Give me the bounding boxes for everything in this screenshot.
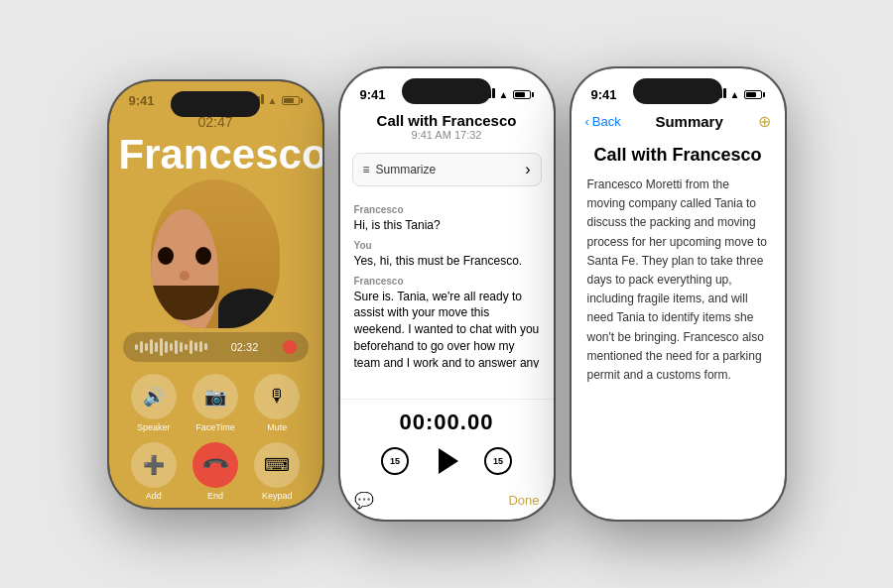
controls-row-1: 🔊 Speaker 📷 FaceTime 🎙 Mute xyxy=(123,374,309,432)
avatar-area xyxy=(109,179,322,328)
wifi-icon-2: ▲ xyxy=(499,89,509,100)
summarize-left: ≡ Summarize xyxy=(363,163,437,176)
speaker-3-label: Francesco xyxy=(354,276,540,287)
iphone-inner-3: 9:41 ▲ xyxy=(572,68,785,520)
end-label: End xyxy=(207,491,223,501)
end-button[interactable]: 📞 End xyxy=(192,442,238,501)
memoji-beard xyxy=(151,286,219,320)
dynamic-island-2 xyxy=(402,78,491,104)
memoji-eye-right xyxy=(195,247,211,265)
transcript-time: 9:41 AM 17:32 xyxy=(350,129,544,141)
controls-row-2: ➕ Add 📞 End ⌨ Keypad xyxy=(123,442,309,501)
facetime-icon: 📷 xyxy=(192,374,238,419)
player-time: 00:00.00 xyxy=(354,410,540,435)
memoji-eyes xyxy=(151,247,218,265)
back-button[interactable]: ‹ Back xyxy=(585,114,621,129)
speaker-icon: 🔊 xyxy=(131,374,177,419)
mute-button[interactable]: 🎙 Mute xyxy=(254,374,300,432)
iphone-inner-2: 9:41 ▲ xyxy=(340,68,554,520)
play-button[interactable] xyxy=(429,443,464,479)
status-time-1: 9:41 xyxy=(129,93,155,108)
recording-bar: 02:32 xyxy=(123,332,309,362)
rec-time: 02:32 xyxy=(231,341,259,353)
chat-icon[interactable]: 💬 xyxy=(354,491,374,510)
end-icon: 📞 xyxy=(183,432,247,497)
keypad-label: Keypad xyxy=(262,491,293,501)
speaker-1-text: Hi, is this Tania? xyxy=(354,217,540,234)
done-button[interactable]: Done xyxy=(508,493,539,508)
keypad-icon: ⌨ xyxy=(254,442,300,488)
keypad-button[interactable]: ⌨ Keypad xyxy=(254,442,300,501)
iphone-screen-1: 9:41 ▲ xyxy=(109,81,322,508)
summary-nav-title: Summary xyxy=(655,113,722,130)
memoji-shirt xyxy=(218,289,280,328)
summary-nav: ‹ Back Summary ⊕ xyxy=(572,112,785,137)
transcript-body: Francesco Hi, is this Tania? You Yes, hi… xyxy=(340,192,554,399)
back-label: Back xyxy=(592,114,621,129)
summary-call-title: Call with Francesco xyxy=(587,145,769,166)
player-controls: 15 15 xyxy=(354,443,540,479)
speaker-1-label: Francesco xyxy=(354,204,540,215)
rewind-button[interactable]: 15 xyxy=(381,447,409,475)
battery-icon-3 xyxy=(744,90,765,99)
transcript-header: Call with Francesco 9:41 AM 17:32 xyxy=(340,112,554,147)
iphone-screen-2: 9:41 ▲ xyxy=(340,68,554,520)
forward-button[interactable]: 15 xyxy=(484,447,512,475)
battery-icon-2 xyxy=(513,90,534,99)
transcript-title: Call with Francesco xyxy=(350,112,544,129)
play-icon xyxy=(439,448,458,474)
mute-label: Mute xyxy=(267,422,287,432)
mute-icon: 🎙 xyxy=(254,374,300,419)
speaker-3-text: Sure is. Tania, we're all ready to assis… xyxy=(354,289,540,368)
dynamic-island-1 xyxy=(171,91,260,117)
summary-content: Call with Francesco Francesco Moretti fr… xyxy=(572,137,785,393)
status-time-3: 9:41 xyxy=(591,87,617,102)
more-options-icon[interactable]: ⊕ xyxy=(758,112,771,131)
speaker-2-label: You xyxy=(354,240,540,251)
memoji-nose xyxy=(180,271,190,281)
phone2-transcript: 9:41 ▲ xyxy=(340,68,554,520)
memoji-eye-left xyxy=(158,247,174,265)
iphone-frame-1: 9:41 ▲ xyxy=(109,81,322,508)
summarize-icon: ≡ xyxy=(363,163,370,176)
waveform xyxy=(135,338,207,356)
call-controls: 🔊 Speaker 📷 FaceTime 🎙 Mute xyxy=(109,366,322,508)
phone1-active-call: 9:41 ▲ xyxy=(109,81,322,508)
speaker-button[interactable]: 🔊 Speaker xyxy=(131,374,177,432)
iphone-frame-2: 9:41 ▲ xyxy=(340,68,554,520)
add-icon: ➕ xyxy=(131,442,177,488)
status-time-2: 9:41 xyxy=(360,87,386,102)
add-button[interactable]: ➕ Add xyxy=(131,442,177,501)
summarize-button[interactable]: ≡ Summarize › xyxy=(352,153,542,186)
iphone-screen-3: 9:41 ▲ xyxy=(572,68,785,520)
iphone-frame-3: 9:41 ▲ xyxy=(572,68,785,520)
phone3-summary: 9:41 ▲ xyxy=(572,68,785,520)
transcript-footer: 💬 Done xyxy=(340,485,554,520)
iphone-inner-1: 9:41 ▲ xyxy=(109,81,322,508)
back-chevron: ‹ xyxy=(585,114,589,129)
rec-dot xyxy=(283,340,297,354)
transcript-player: 00:00.00 15 15 xyxy=(340,399,554,485)
facetime-label: FaceTime xyxy=(195,422,235,432)
dynamic-island-3 xyxy=(633,78,722,104)
caller-name: Francesco xyxy=(109,130,322,179)
summarize-chevron: › xyxy=(525,161,530,178)
wifi-icon-3: ▲ xyxy=(730,89,740,100)
memoji-face xyxy=(151,209,218,328)
summary-body-text: Francesco Moretti from the moving compan… xyxy=(587,176,769,385)
speaker-label: Speaker xyxy=(137,422,171,432)
add-label: Add xyxy=(146,491,162,501)
caller-memoji xyxy=(151,179,280,328)
speaker-2-text: Yes, hi, this must be Francesco. xyxy=(354,253,540,270)
facetime-button[interactable]: 📷 FaceTime xyxy=(192,374,238,432)
battery-icon-1 xyxy=(282,96,303,105)
phones-container: 9:41 ▲ xyxy=(0,0,893,588)
summarize-label: Summarize xyxy=(376,163,437,176)
wifi-icon-1: ▲ xyxy=(268,95,278,106)
